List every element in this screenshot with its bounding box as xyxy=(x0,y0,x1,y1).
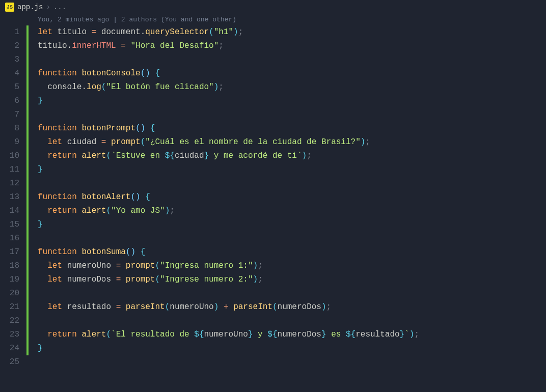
code-line[interactable]: function botonPrompt() { xyxy=(29,122,546,135)
chevron-right-icon: › xyxy=(46,3,50,11)
line-number: 25 xyxy=(0,355,26,369)
line-number: 10 xyxy=(0,149,26,163)
code-line[interactable] xyxy=(29,177,546,190)
line-number: 17 xyxy=(0,245,26,259)
line-number: 16 xyxy=(0,232,26,245)
code-line[interactable]: } xyxy=(29,94,546,108)
line-number: 7 xyxy=(0,108,26,122)
line-number: 24 xyxy=(0,342,26,355)
line-number: 23 xyxy=(0,328,26,342)
code-line[interactable]: } xyxy=(29,342,546,355)
line-number: 11 xyxy=(0,163,26,177)
line-number: 20 xyxy=(0,287,26,300)
line-number: 4 xyxy=(0,67,26,80)
code-line[interactable] xyxy=(29,108,546,122)
codelens-blame[interactable]: You, 2 minutes ago | 2 authors (You and … xyxy=(0,14,546,25)
code-line[interactable] xyxy=(29,232,546,245)
line-number: 18 xyxy=(0,259,26,273)
line-number: 13 xyxy=(0,190,26,204)
editor[interactable]: 1 let titulo = document.querySelector("h… xyxy=(0,25,546,369)
code-line[interactable] xyxy=(29,355,546,369)
line-number: 15 xyxy=(0,218,26,232)
line-number: 3 xyxy=(0,53,26,67)
code-line[interactable]: let resultado = parseInt(numeroUno) + pa… xyxy=(29,300,546,314)
code-line[interactable] xyxy=(29,53,546,67)
code-line[interactable]: return alert(`El resultado de ${numeroUn… xyxy=(29,328,546,342)
line-number: 9 xyxy=(0,135,26,149)
editor-rows: 1 let titulo = document.querySelector("h… xyxy=(0,25,546,369)
line-number: 2 xyxy=(0,39,26,53)
js-icon: JS xyxy=(5,3,14,12)
line-number: 6 xyxy=(0,94,26,108)
breadcrumb-tail[interactable]: ... xyxy=(53,3,66,11)
code-line[interactable]: return alert("Yo amo JS"); xyxy=(29,204,546,218)
code-line[interactable]: let ciudad = prompt("¿Cuál es el nombre … xyxy=(29,135,546,149)
code-line[interactable]: titulo.innerHTML = "Hora del Desafío"; xyxy=(29,39,546,53)
code-line[interactable]: function botonConsole() { xyxy=(29,67,546,80)
code-line[interactable]: } xyxy=(29,163,546,177)
breadcrumb[interactable]: JS app.js › ... xyxy=(0,0,546,14)
breadcrumb-file[interactable]: app.js xyxy=(17,3,43,11)
line-number: 8 xyxy=(0,122,26,135)
code-line[interactable]: let titulo = document.querySelector("h1"… xyxy=(29,25,546,39)
line-number: 19 xyxy=(0,273,26,287)
code-line[interactable]: function botonSuma() { xyxy=(29,245,546,259)
code-line[interactable]: } xyxy=(29,218,546,232)
code-line[interactable]: let numeroUno = prompt("Ingresa numero 1… xyxy=(29,259,546,273)
line-number: 1 xyxy=(0,25,26,39)
line-number: 22 xyxy=(0,314,26,328)
line-number: 5 xyxy=(0,80,26,94)
line-number: 12 xyxy=(0,177,26,190)
code-line[interactable] xyxy=(29,287,546,300)
code-line[interactable]: function botonAlert() { xyxy=(29,190,546,204)
code-line[interactable]: let numeroDos = prompt("Ingrese numero 2… xyxy=(29,273,546,287)
code-line[interactable] xyxy=(29,314,546,328)
line-number: 14 xyxy=(0,204,26,218)
code-line[interactable]: return alert(`Estuve en ${ciudad} y me a… xyxy=(29,149,546,163)
line-number: 21 xyxy=(0,300,26,314)
code-line[interactable]: console.log("El botón fue clicado"); xyxy=(29,80,546,94)
